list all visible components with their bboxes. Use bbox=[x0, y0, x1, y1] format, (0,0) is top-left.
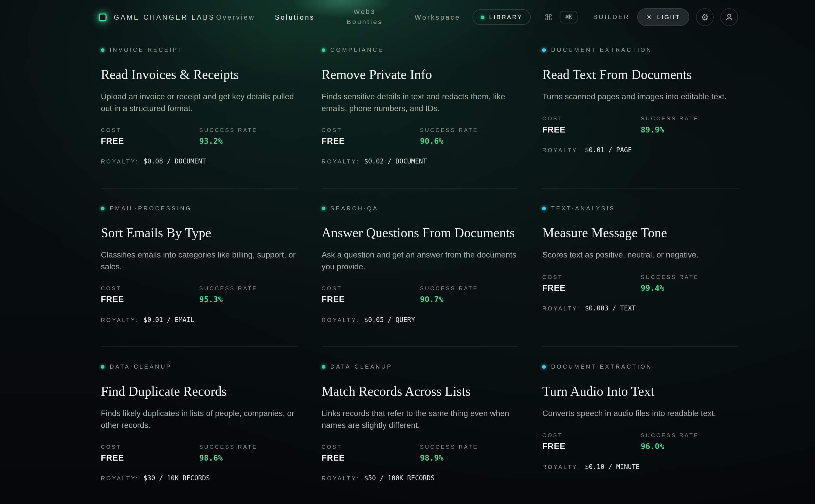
cost-stat: COST FREE bbox=[322, 444, 420, 463]
royalty-value: $0.01 / EMAIL bbox=[143, 316, 194, 324]
success-rate-label: SUCCESS RATE bbox=[641, 432, 739, 438]
category-row: DATA-CLEANUP bbox=[322, 364, 518, 370]
solution-card[interactable]: DATA-CLEANUP Find Duplicate Records Find… bbox=[101, 364, 298, 504]
card-stats: COST FREE SUCCESS RATE 96.0% bbox=[542, 432, 739, 451]
success-rate-value: 90.7% bbox=[420, 295, 518, 304]
royalty-label: ROYALTY: bbox=[542, 463, 580, 470]
cost-stat: COST FREE bbox=[542, 432, 641, 451]
cost-stat: COST FREE bbox=[542, 273, 641, 293]
nav-item-overview[interactable]: Overview bbox=[216, 13, 255, 21]
royalty-value: $0.10 / MINUTE bbox=[585, 463, 640, 470]
solution-card[interactable]: INVOICE-RECEIPT Read Invoices & Receipts… bbox=[101, 47, 298, 189]
success-rate-stat: SUCCESS RATE 95.3% bbox=[199, 285, 298, 304]
cost-value: FREE bbox=[322, 137, 420, 146]
card-stats: COST FREE SUCCESS RATE 90.7% bbox=[322, 285, 518, 304]
royalty-label: ROYALTY: bbox=[101, 475, 139, 482]
royalty-value: $0.08 / DOCUMENT bbox=[143, 157, 206, 165]
theme-toggle-button[interactable]: ☀ LIGHT bbox=[637, 8, 689, 26]
success-rate-value: 90.6% bbox=[420, 137, 518, 146]
cost-label: COST bbox=[542, 273, 641, 280]
category-label: DATA-CLEANUP bbox=[331, 364, 392, 370]
header-right: LIBRARY ⌘ ⌘K BUILDER ☀ LIGHT ⚙ bbox=[468, 8, 738, 26]
profile-button[interactable] bbox=[720, 8, 738, 26]
nav-item-web3-bounties[interactable]: Web3 Bounties bbox=[341, 7, 389, 27]
success-rate-label: SUCCESS RATE bbox=[199, 285, 298, 292]
success-rate-stat: SUCCESS RATE 96.0% bbox=[641, 432, 739, 451]
library-badge[interactable]: LIBRARY bbox=[472, 9, 531, 25]
category-row: DOCUMENT-EXTRACTION bbox=[542, 364, 739, 370]
royalty-row: ROYALTY: $0.01 / PAGE bbox=[542, 146, 739, 154]
category-dot-icon bbox=[542, 365, 546, 369]
cost-value: FREE bbox=[542, 442, 641, 451]
category-dot-icon bbox=[322, 207, 325, 210]
card-title: Remove Private Info bbox=[322, 65, 518, 84]
royalty-label: ROYALTY: bbox=[101, 317, 139, 323]
main-content: INVOICE-RECEIPT Read Invoices & Receipts… bbox=[0, 34, 815, 504]
royalty-row: ROYALTY: $0.01 / EMAIL bbox=[101, 316, 298, 324]
command-icon[interactable]: ⌘ bbox=[544, 12, 553, 22]
category-dot-icon bbox=[101, 365, 104, 369]
shortcut-kbd[interactable]: ⌘K bbox=[560, 11, 578, 23]
category-label: TEXT-ANALYSIS bbox=[551, 205, 615, 211]
category-dot-icon bbox=[542, 48, 546, 52]
cost-stat: COST FREE bbox=[322, 285, 420, 304]
royalty-row: ROYALTY: $0.05 / QUERY bbox=[322, 316, 518, 324]
solution-card[interactable]: DOCUMENT-EXTRACTION Read Text From Docum… bbox=[542, 47, 739, 189]
gear-icon: ⚙ bbox=[701, 13, 709, 22]
card-description: Links records that refer to the same thi… bbox=[322, 408, 518, 431]
category-dot-icon bbox=[322, 365, 325, 369]
cost-value: FREE bbox=[322, 295, 420, 304]
settings-button[interactable]: ⚙ bbox=[696, 8, 714, 26]
cost-label: COST bbox=[101, 127, 199, 133]
category-label: DOCUMENT-EXTRACTION bbox=[551, 364, 652, 370]
success-rate-value: 98.9% bbox=[420, 453, 518, 463]
solution-card[interactable]: EMAIL-PROCESSING Sort Emails By Type Cla… bbox=[101, 205, 298, 347]
success-rate-value: 98.6% bbox=[199, 453, 298, 463]
category-row: INVOICE-RECEIPT bbox=[101, 47, 298, 53]
app-viewport: GAME CHANGER LABS Overview Solutions Web… bbox=[0, 0, 815, 504]
category-dot-icon bbox=[542, 207, 546, 210]
royalty-label: ROYALTY: bbox=[322, 475, 359, 482]
sun-icon: ☀ bbox=[646, 13, 653, 21]
solution-card[interactable]: DATA-CLEANUP Match Records Across Lists … bbox=[322, 364, 518, 504]
card-title: Turn Audio Into Text bbox=[542, 382, 739, 400]
card-stats: COST FREE SUCCESS RATE 90.6% bbox=[322, 127, 518, 146]
cost-value: FREE bbox=[101, 453, 199, 463]
nav-item-builder[interactable]: BUILDER bbox=[593, 14, 630, 21]
success-rate-stat: SUCCESS RATE 99.4% bbox=[641, 273, 739, 293]
category-label: INVOICE-RECEIPT bbox=[110, 47, 183, 53]
solution-card[interactable]: TEXT-ANALYSIS Measure Message Tone Score… bbox=[542, 205, 739, 347]
royalty-value: $50 / 100K RECORDS bbox=[364, 474, 434, 482]
card-title: Sort Emails By Type bbox=[101, 224, 298, 242]
royalty-value: $0.05 / QUERY bbox=[364, 316, 415, 324]
solution-card[interactable]: DOCUMENT-EXTRACTION Turn Audio Into Text… bbox=[542, 364, 739, 504]
success-rate-stat: SUCCESS RATE 98.9% bbox=[420, 444, 518, 463]
brand-name: GAME CHANGER LABS bbox=[114, 13, 215, 21]
royalty-label: ROYALTY: bbox=[542, 147, 580, 153]
card-title: Find Duplicate Records bbox=[101, 382, 298, 400]
category-dot-icon bbox=[101, 207, 104, 210]
card-title: Read Invoices & Receipts bbox=[101, 65, 298, 84]
cost-value: FREE bbox=[322, 453, 420, 463]
category-row: DATA-CLEANUP bbox=[101, 364, 298, 370]
card-stats: COST FREE SUCCESS RATE 93.2% bbox=[101, 127, 298, 146]
nav-item-workspace[interactable]: Workspace bbox=[414, 13, 460, 21]
cost-stat: COST FREE bbox=[322, 127, 420, 146]
category-label: SEARCH-QA bbox=[331, 205, 379, 211]
cost-value: FREE bbox=[542, 283, 641, 293]
card-description: Classifies emails into categories like b… bbox=[101, 249, 298, 273]
brand[interactable]: GAME CHANGER LABS bbox=[99, 13, 215, 21]
category-label: COMPLIANCE bbox=[331, 47, 384, 53]
card-title: Read Text From Documents bbox=[542, 65, 739, 84]
nav-item-solutions[interactable]: Solutions bbox=[275, 13, 315, 21]
cost-value: FREE bbox=[101, 295, 199, 304]
card-stats: COST FREE SUCCESS RATE 95.3% bbox=[101, 285, 298, 304]
card-stats: COST FREE SUCCESS RATE 99.4% bbox=[542, 273, 739, 293]
royalty-row: ROYALTY: $0.08 / DOCUMENT bbox=[101, 157, 298, 165]
solution-card[interactable]: SEARCH-QA Answer Questions From Document… bbox=[322, 205, 518, 347]
solution-card[interactable]: COMPLIANCE Remove Private Info Finds sen… bbox=[322, 47, 518, 189]
cost-label: COST bbox=[322, 285, 420, 292]
success-rate-value: 95.3% bbox=[199, 295, 298, 304]
card-description: Ask a question and get an answer from th… bbox=[322, 249, 518, 273]
cost-value: FREE bbox=[101, 137, 199, 146]
